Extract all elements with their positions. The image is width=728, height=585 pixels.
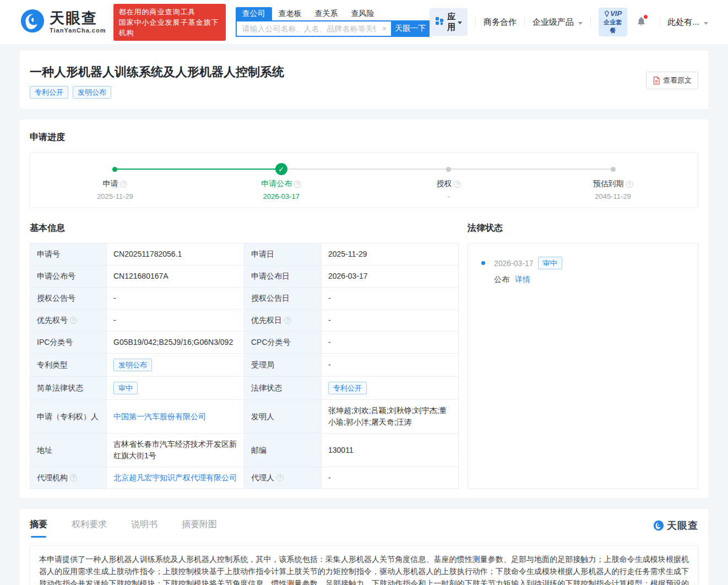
tianyancha-eye-icon (653, 520, 664, 531)
field-label: 简单法律状态 (30, 377, 107, 400)
search-tab-boss[interactable]: 查老板 (272, 7, 308, 20)
clear-search-icon[interactable]: × (382, 24, 387, 33)
field-label: 申请号 (30, 243, 107, 266)
field-label: 代理人? (245, 467, 322, 489)
help-icon[interactable]: ? (284, 317, 291, 324)
applicant-company-link[interactable]: 中国第一汽车股份有限公司 (113, 411, 206, 422)
progress-segment-pending (449, 169, 613, 170)
help-icon[interactable]: ? (70, 474, 77, 481)
field-value: - (322, 354, 459, 377)
field-label: 发明人 (245, 400, 322, 434)
vip-diamond-icon (604, 10, 610, 17)
field-value: - (322, 310, 459, 332)
agency-company-link[interactable]: 北京超凡宏宇知识产权代理有限公司 (113, 472, 237, 484)
field-label: 申请公布号 (30, 266, 107, 288)
progress-dot-granted (446, 167, 451, 172)
tab-abstract[interactable]: 摘要 (30, 519, 47, 538)
apps-label: 应用 (447, 12, 455, 32)
field-label: 优先权日? (245, 310, 322, 332)
tianyancha-logo[interactable]: 天眼查 TianYanCha.com (20, 8, 106, 36)
patent-type-tag: 发明公布 (113, 359, 152, 371)
field-value: G05B19/042;B25J9/16;G06N3/092 (107, 332, 245, 354)
field-value: - (322, 467, 459, 489)
abstract-text: 本申请提供了一种人形机器人训练系统及人形机器人控制系统，其中，该系统包括：采集人… (39, 555, 689, 585)
patent-detail-card: 申请进度 ✓ 申请? 2025-11-29 申请公布? 2026-03-17 授… (20, 120, 708, 498)
field-value: 2025-11-29 (322, 243, 459, 266)
tab-abstract-figure[interactable]: 摘要附图 (182, 519, 217, 538)
field-value: 专利公开 (322, 377, 459, 400)
apps-menu[interactable]: 应用 (430, 8, 468, 36)
help-icon[interactable]: ? (120, 181, 127, 188)
brand-slogan: 都在用的商业查询工具 国家中小企业发展子基金旗下机构 (113, 4, 225, 41)
divider (660, 17, 660, 27)
tab-claims[interactable]: 权利要求 (72, 519, 107, 538)
tianyancha-watermark: 天眼查 (653, 519, 698, 538)
help-icon[interactable]: ? (626, 181, 633, 188)
field-value: - (322, 288, 459, 310)
timeline-dot (481, 261, 485, 265)
progress-step-date: 2026-03-17 (237, 192, 325, 201)
legal-status-action: 公布 (494, 275, 509, 284)
legal-status-item: 2026-03-17 审中 公布 详情 (481, 257, 684, 285)
slogan-line-1: 都在用的商业查询工具 (118, 7, 220, 17)
basic-info-section-title: 基本信息 (30, 223, 459, 234)
help-icon[interactable]: ? (70, 317, 77, 324)
chevron-down-icon (704, 22, 708, 25)
field-label: 申请（专利权）人 (30, 400, 107, 434)
patent-tags: 专利公开 发明公布 (30, 86, 698, 99)
vip-label: VIP (610, 9, 622, 18)
field-label: 授权公告日 (245, 288, 322, 310)
vip-package-badge[interactable]: VIP 企业套餐 (599, 8, 627, 36)
nav-enterprise[interactable]: 企业级产品 (533, 17, 583, 28)
chevron-down-icon (458, 21, 462, 24)
tab-description[interactable]: 说明书 (131, 519, 157, 538)
search-button[interactable]: 天眼一下 (391, 20, 430, 37)
field-value: CN121680167A (107, 266, 245, 288)
slogan-line-2: 国家中小企业发展子基金旗下机构 (118, 17, 220, 38)
search-tab-company[interactable]: 查公司 (236, 7, 272, 20)
field-label: 代理机构? (30, 467, 107, 489)
notification-dot (644, 15, 648, 19)
legal-status-detail-link[interactable]: 详情 (515, 275, 530, 284)
progress-step-publication: 申请公布? 2026-03-17 (237, 179, 325, 201)
tag-invention-publication: 发明公布 (73, 86, 111, 99)
brand-name: 天眼查 (50, 10, 106, 26)
help-icon[interactable]: ? (454, 181, 461, 188)
help-icon[interactable]: ? (276, 474, 284, 481)
user-menu[interactable]: 此处有... (667, 17, 708, 28)
field-label: 授权公告号 (30, 288, 107, 310)
progress-check-icon: ✓ (275, 163, 287, 175)
search-input[interactable] (236, 20, 392, 37)
top-header: 天眼查 TianYanCha.com 都在用的商业查询工具 国家中小企业发展子基… (0, 0, 728, 44)
progress-dot-expiry (611, 167, 616, 172)
application-progress-timeline: ✓ 申请? 2025-11-29 申请公布? 2026-03-17 授权? - … (30, 152, 698, 208)
divider (524, 17, 525, 27)
progress-step-grant: 授权? - (405, 179, 493, 201)
field-value: - (107, 310, 245, 332)
field-value: 中国第一汽车股份有限公司 (107, 400, 245, 434)
view-original-button[interactable]: 查看原文 (646, 72, 698, 89)
notifications-bell-icon[interactable] (636, 16, 646, 29)
field-label: 申请公布日 (245, 266, 322, 288)
nav-cooperation[interactable]: 商务合作 (483, 17, 517, 28)
content-tabs: 摘要 权利要求 说明书 摘要附图 天眼查 (30, 519, 698, 538)
field-label: 邮编 (245, 434, 322, 467)
search-tab-relation[interactable]: 查关系 (308, 7, 345, 20)
vip-package-label: 企业套餐 (604, 18, 622, 35)
field-value: 发明公布 (107, 354, 245, 377)
brand-domain: TianYanCha.com (50, 27, 106, 34)
search-category-tabs: 查公司 查老板 查关系 查风险 (236, 7, 430, 20)
field-label: CPC分类号 (245, 332, 322, 354)
pdf-file-icon (653, 77, 660, 85)
field-value: - (322, 332, 459, 354)
patent-title: 一种人形机器人训练系统及人形机器人控制系统 (30, 65, 698, 79)
search-tab-risk[interactable]: 查风险 (345, 7, 381, 20)
help-icon[interactable]: ? (294, 181, 301, 188)
apps-grid-icon (435, 17, 444, 28)
basic-info-table: 申请号 CN202511782056.1 申请日 2025-11-29 申请公布… (30, 243, 459, 489)
simple-legal-status-tag: 审中 (113, 382, 138, 394)
field-value: 130011 (322, 434, 459, 467)
watermark-brand-text: 天眼查 (667, 519, 698, 532)
legal-status-panel: 2026-03-17 审中 公布 详情 (468, 243, 698, 489)
field-value: 2026-03-17 (322, 266, 459, 288)
